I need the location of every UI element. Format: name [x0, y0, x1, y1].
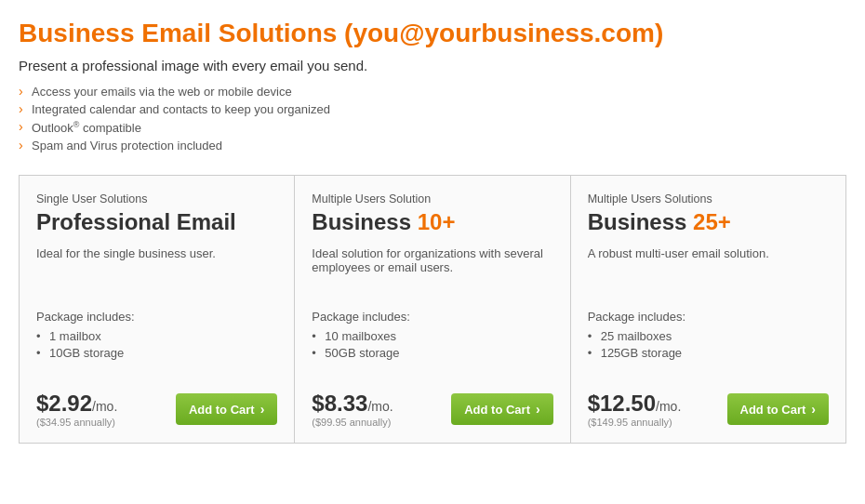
- feature-item: Integrated calendar and contacts to keep…: [19, 102, 846, 116]
- package-item: 25 mailboxes: [588, 329, 829, 343]
- btn-arrow-icon: ›: [260, 402, 265, 417]
- feature-item: Spam and Virus protection included: [19, 139, 846, 153]
- package-item: 125GB storage: [588, 346, 829, 360]
- plan-name: Professional Email: [36, 209, 277, 235]
- btn-label: Add to Cart: [740, 403, 806, 417]
- plan-name: Business 10+: [312, 209, 552, 235]
- price-main: $2.92/mo.: [36, 391, 117, 417]
- price-main: $8.33/mo.: [312, 391, 393, 417]
- price-block: $12.50/mo.($149.95 annually): [588, 391, 682, 428]
- plan-type: Single User Solutions: [36, 192, 277, 206]
- plan-name: Business 25+: [588, 209, 829, 235]
- package-items: 25 mailboxes125GB storage: [588, 329, 829, 363]
- btn-label: Add to Cart: [464, 403, 530, 417]
- plan-description: A robust multi-user email solution.: [588, 246, 829, 293]
- plan-card: Multiple Users SolutionBusiness 10+Ideal…: [295, 176, 570, 443]
- plan-description: Ideal solution for organizations with se…: [312, 246, 552, 293]
- btn-label: Add to Cart: [189, 403, 255, 417]
- feature-item: Access your emails via the web or mobile…: [19, 85, 846, 99]
- plan-type: Multiple Users Solutions: [588, 192, 829, 206]
- tagline: Present a professional image with every …: [19, 58, 846, 73]
- add-to-cart-button[interactable]: Add to Cart›: [451, 393, 552, 425]
- package-item: 10GB storage: [36, 346, 277, 360]
- page-title-highlight: (you@yourbusiness.com): [337, 19, 663, 47]
- plan-type: Multiple Users Solution: [312, 192, 552, 206]
- package-item: 10 mailboxes: [312, 329, 552, 343]
- plan-description: Ideal for the single business user.: [36, 246, 277, 293]
- btn-arrow-icon: ›: [811, 402, 816, 417]
- add-to-cart-button[interactable]: Add to Cart›: [727, 393, 829, 425]
- price-block: $8.33/mo.($99.95 annually): [312, 391, 393, 428]
- price-block: $2.92/mo.($34.95 annually): [36, 391, 117, 428]
- page-title: Business Email Solutions (you@yourbusine…: [19, 19, 846, 48]
- plan-footer: $8.33/mo.($99.95 annually)Add to Cart›: [312, 381, 552, 428]
- btn-arrow-icon: ›: [536, 402, 540, 417]
- price-annual: ($34.95 annually): [36, 417, 117, 428]
- features-list: Access your emails via the web or mobile…: [19, 85, 846, 153]
- price-value: $8.33/mo.: [312, 391, 393, 416]
- price-value: $12.50/mo.: [588, 391, 682, 416]
- plans-container: Single User SolutionsProfessional EmailI…: [19, 175, 846, 444]
- package-label: Package includes:: [36, 310, 277, 324]
- package-items: 1 mailbox10GB storage: [36, 329, 277, 363]
- plan-card: Single User SolutionsProfessional EmailI…: [20, 176, 295, 443]
- price-annual: ($99.95 annually): [312, 417, 393, 428]
- price-main: $12.50/mo.: [588, 391, 682, 417]
- page-title-main: Business Email Solutions: [19, 19, 337, 47]
- plan-card: Multiple Users SolutionsBusiness 25+A ro…: [571, 176, 845, 443]
- price-annual: ($149.95 annually): [588, 417, 682, 428]
- plan-footer: $12.50/mo.($149.95 annually)Add to Cart›: [588, 381, 829, 428]
- package-item: 50GB storage: [312, 346, 552, 360]
- package-item: 1 mailbox: [36, 329, 277, 343]
- package-label: Package includes:: [588, 310, 829, 324]
- plan-footer: $2.92/mo.($34.95 annually)Add to Cart›: [36, 381, 277, 428]
- package-items: 10 mailboxes50GB storage: [312, 329, 552, 363]
- add-to-cart-button[interactable]: Add to Cart›: [176, 393, 277, 425]
- feature-item: Outlook® compatible: [19, 120, 846, 135]
- package-label: Package includes:: [312, 310, 552, 324]
- price-value: $2.92/mo.: [36, 391, 117, 416]
